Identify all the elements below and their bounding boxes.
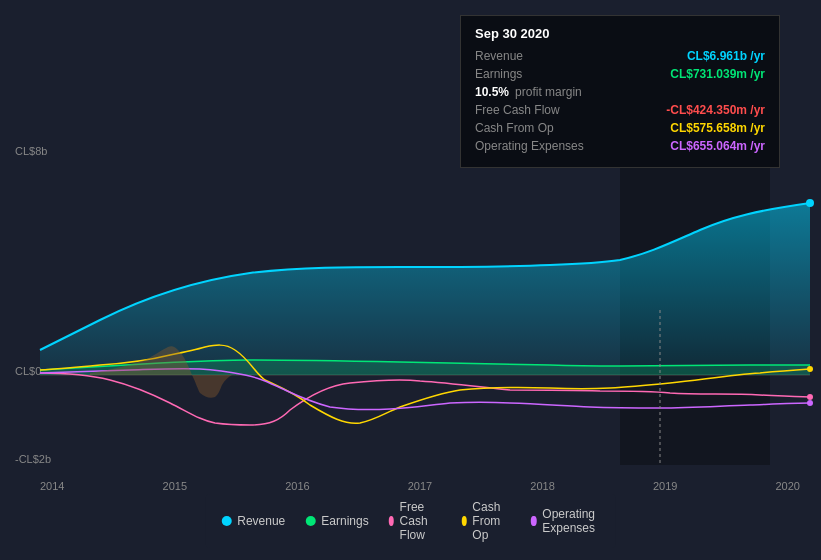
legend-label-revenue: Revenue — [237, 514, 285, 528]
legend-label-operating-expenses: Operating Expenses — [542, 507, 599, 535]
x-label-2014: 2014 — [40, 480, 64, 492]
legend-dot-free-cash-flow — [389, 516, 394, 526]
cash-from-op-label: Cash From Op — [475, 121, 554, 135]
free-cash-flow-row: Free Cash Flow -CL$424.350m /yr — [475, 103, 765, 117]
legend-label-free-cash-flow: Free Cash Flow — [400, 500, 442, 542]
earnings-value: CL$731.039m /yr — [670, 67, 765, 81]
legend-dot-earnings — [305, 516, 315, 526]
profit-margin-row: 10.5% profit margin — [475, 85, 765, 99]
legend-operating-expenses[interactable]: Operating Expenses — [531, 507, 600, 535]
chart-container: Sep 30 2020 Revenue CL$6.961b /yr Earnin… — [0, 0, 821, 560]
free-cash-flow-label: Free Cash Flow — [475, 103, 560, 117]
earnings-label: Earnings — [475, 67, 522, 81]
svg-point-3 — [807, 366, 813, 372]
tooltip-box: Sep 30 2020 Revenue CL$6.961b /yr Earnin… — [460, 15, 780, 168]
legend-label-cash-from-op: Cash From Op — [472, 500, 511, 542]
x-label-2016: 2016 — [285, 480, 309, 492]
x-label-2018: 2018 — [530, 480, 554, 492]
earnings-row: Earnings CL$731.039m /yr — [475, 67, 765, 81]
x-label-2019: 2019 — [653, 480, 677, 492]
profit-margin-label: profit margin — [515, 85, 582, 99]
revenue-value: CL$6.961b /yr — [687, 49, 765, 63]
operating-expenses-label: Operating Expenses — [475, 139, 584, 153]
chart-legend: Revenue Earnings Free Cash Flow Cash Fro… — [205, 494, 616, 548]
legend-label-earnings: Earnings — [321, 514, 368, 528]
legend-earnings[interactable]: Earnings — [305, 514, 368, 528]
legend-dot-cash-from-op — [461, 516, 466, 526]
svg-point-2 — [807, 394, 813, 400]
legend-dot-operating-expenses — [531, 516, 536, 526]
revenue-label: Revenue — [475, 49, 523, 63]
legend-revenue[interactable]: Revenue — [221, 514, 285, 528]
x-label-2015: 2015 — [163, 480, 187, 492]
tooltip-date: Sep 30 2020 — [475, 26, 765, 41]
cash-from-op-row: Cash From Op CL$575.658m /yr — [475, 121, 765, 135]
legend-cash-from-op[interactable]: Cash From Op — [461, 500, 511, 542]
legend-dot-revenue — [221, 516, 231, 526]
x-label-2017: 2017 — [408, 480, 432, 492]
x-label-2020: 2020 — [775, 480, 799, 492]
x-axis: 2014 2015 2016 2017 2018 2019 2020 — [40, 480, 800, 492]
free-cash-flow-value: -CL$424.350m /yr — [666, 103, 765, 117]
svg-point-4 — [807, 400, 813, 406]
profit-margin-value: 10.5% — [475, 85, 509, 99]
svg-point-1 — [806, 199, 814, 207]
operating-expenses-value: CL$655.064m /yr — [670, 139, 765, 153]
revenue-row: Revenue CL$6.961b /yr — [475, 49, 765, 63]
chart-svg — [0, 155, 821, 485]
operating-expenses-row: Operating Expenses CL$655.064m /yr — [475, 139, 765, 153]
cash-from-op-value: CL$575.658m /yr — [670, 121, 765, 135]
legend-free-cash-flow[interactable]: Free Cash Flow — [389, 500, 442, 542]
